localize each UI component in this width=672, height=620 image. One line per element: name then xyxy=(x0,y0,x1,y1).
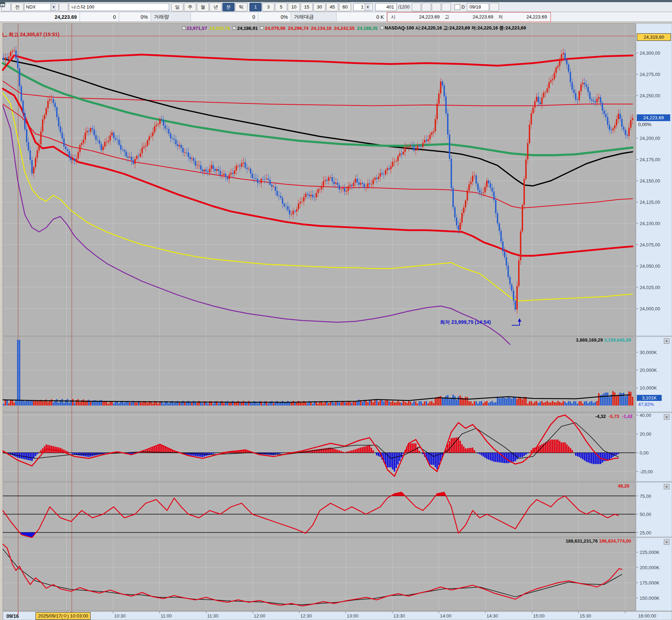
chart-canvas[interactable] xyxy=(0,0,672,620)
trading-app-window: 전 NDX ▼ 일주월년분틱 1351015304560 1 ▼ /1200 xyxy=(0,0,672,620)
